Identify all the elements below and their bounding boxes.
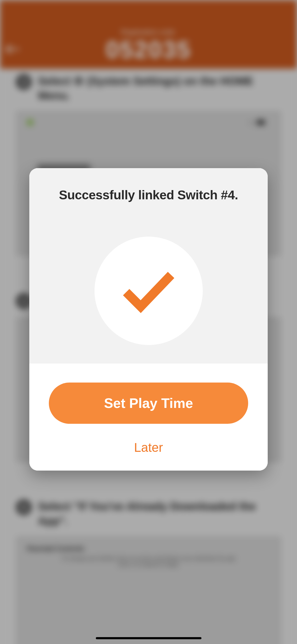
check-icon xyxy=(121,268,176,313)
secondary-button-label: Later xyxy=(134,440,163,454)
set-play-time-button[interactable]: Set Play Time xyxy=(49,383,248,424)
success-modal: Successfully linked Switch #4. Set Play … xyxy=(29,168,268,471)
home-indicator xyxy=(96,637,201,639)
modal-header-area: Successfully linked Switch #4. xyxy=(29,168,268,364)
success-check-circle xyxy=(95,237,203,345)
modal-button-area: Set Play Time Later xyxy=(29,364,268,471)
later-button[interactable]: Later xyxy=(49,440,248,455)
modal-title: Successfully linked Switch #4. xyxy=(43,188,254,202)
primary-button-label: Set Play Time xyxy=(104,395,193,411)
